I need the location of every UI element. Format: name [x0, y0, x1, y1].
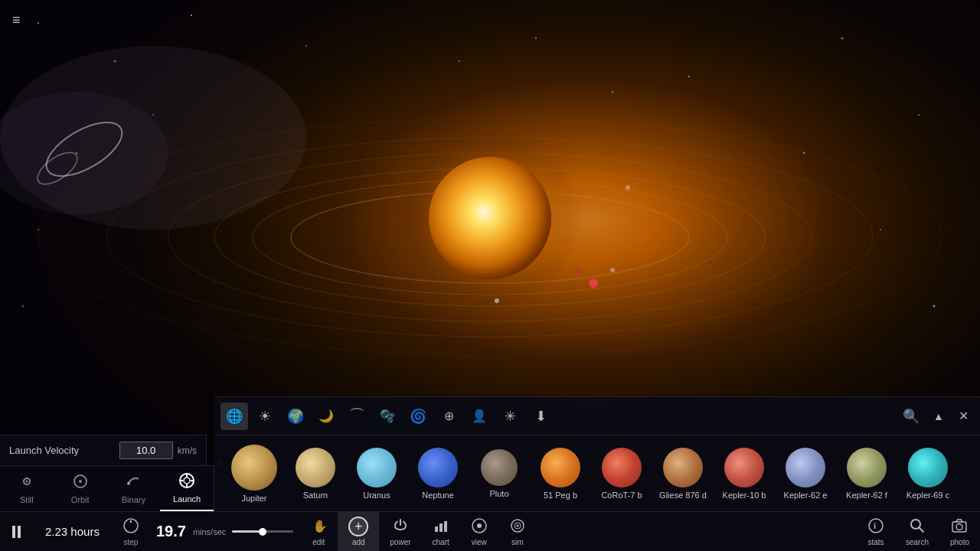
svg-point-12 — [880, 229, 881, 230]
filter-collapse-btn[interactable]: ▲ — [928, 406, 949, 427]
chart-label: chart — [433, 538, 449, 546]
planet-card-kepler-69-c[interactable]: Kepler-69 c — [897, 445, 959, 503]
power-icon — [392, 517, 409, 536]
filter-spiral[interactable]: 🌀 — [404, 403, 432, 430]
planet-card-pluto[interactable]: Pluto — [469, 446, 530, 501]
launch-velocity-panel: Launch Velocity km/s — [0, 435, 207, 465]
filter-solar[interactable]: 🌐 — [220, 403, 248, 430]
stats-label: stats — [867, 538, 884, 546]
planet-name-4: Pluto — [489, 489, 508, 498]
svg-point-2 — [191, 15, 192, 16]
filter-nebula[interactable]: 🫧 — [374, 403, 401, 430]
edit-label: edit — [312, 538, 325, 546]
svg-point-53 — [477, 523, 482, 528]
sim-icon — [509, 517, 526, 536]
svg-point-11 — [459, 60, 460, 62]
svg-point-0 — [38, 22, 39, 24]
planet-card-kepler-62-f[interactable]: Kepler-62 f — [836, 445, 897, 503]
svg-point-10 — [612, 91, 614, 93]
svg-point-29 — [589, 279, 598, 288]
search-icon — [909, 517, 926, 536]
planet-image-9 — [786, 448, 825, 487]
step-button[interactable]: edit step — [112, 512, 150, 551]
binary-label: Binary — [122, 495, 145, 504]
svg-point-56 — [516, 524, 518, 527]
svg-point-16 — [22, 305, 24, 308]
sim-button[interactable]: sim — [498, 512, 537, 551]
launch-velocity-unit: km/s — [178, 445, 197, 456]
planet-name-3: Neptune — [422, 491, 454, 500]
planet-selector-panel: JupiterSaturnUranusNeptunePluto51 Peg bC… — [214, 435, 980, 511]
filter-person[interactable]: 👤 — [466, 403, 493, 430]
menu-button[interactable]: ≡ — [12, 12, 21, 28]
time-display: 2.23 hours — [33, 525, 112, 538]
svg-point-6 — [918, 114, 920, 116]
filter-sun[interactable]: ☀ — [251, 403, 279, 430]
planet-card-saturn[interactable]: Saturn — [285, 445, 346, 503]
filter-close-btn[interactable]: ✕ — [952, 406, 974, 427]
view-icon — [471, 517, 488, 536]
mode-tab-orbit[interactable]: Orbit — [54, 466, 107, 511]
view-button[interactable]: view — [460, 512, 498, 551]
planet-card-jupiter[interactable]: Jupiter — [224, 442, 285, 506]
planet-card-corot-7-b[interactable]: CoRoT-7 b — [591, 445, 652, 503]
planet-card-kepler-10-b[interactable]: Kepler-10 b — [714, 445, 775, 503]
svg-line-60 — [920, 528, 923, 532]
planet-name-1: Saturn — [303, 491, 328, 500]
sim-label: sim — [511, 538, 524, 546]
filter-down[interactable]: ⬇ — [527, 403, 554, 430]
add-label: add — [352, 538, 365, 546]
planet-card-kepler-62-e[interactable]: Kepler-62 e — [775, 445, 836, 503]
svg-point-59 — [911, 520, 920, 529]
photo-button[interactable]: photo — [939, 512, 980, 551]
planet-name-8: Kepler-10 b — [723, 491, 766, 500]
planet-name-2: Uranus — [363, 491, 390, 500]
svg-point-7 — [803, 152, 805, 154]
planet-card-uranus[interactable]: Uranus — [346, 445, 407, 503]
filter-sat[interactable]: ⊕ — [435, 403, 462, 430]
filter-search-icon[interactable]: 🔍 — [897, 403, 925, 430]
planet-card-gliese-876-d[interactable]: Gliese 876 d — [652, 445, 714, 503]
step-icon — [122, 517, 139, 536]
svg-rect-51 — [444, 521, 447, 532]
edit-icon: ✋ — [310, 517, 327, 536]
edit-button[interactable]: ✋ edit — [299, 512, 338, 551]
filter-toolbar: 🌐 ☀ 🌍 🌙 ⌒ 🫧 🌀 ⊕ 👤 ✳ ⬇ 🔍 ▲ ✕ — [214, 396, 980, 435]
mode-tab-binary[interactable]: Binary — [107, 466, 161, 511]
pause-button[interactable] — [0, 526, 33, 538]
add-button[interactable]: + add — [338, 512, 379, 551]
mode-tab-launch[interactable]: Launch — [160, 466, 214, 511]
planet-image-7 — [663, 448, 703, 487]
svg-point-33 — [626, 185, 630, 190]
planet-image-3 — [418, 448, 458, 487]
planet-card-neptune[interactable]: Neptune — [407, 445, 469, 503]
planet-name-5: 51 Peg b — [544, 491, 577, 500]
planet-card-51-peg-b[interactable]: 51 Peg b — [530, 445, 591, 503]
speed-slider[interactable] — [232, 530, 293, 533]
filter-earth[interactable]: 🌍 — [282, 403, 309, 430]
planet-image-11 — [908, 448, 948, 487]
search-button[interactable]: search — [895, 512, 939, 551]
filter-moon[interactable]: 🌙 — [312, 403, 340, 430]
still-label: Still — [20, 495, 34, 504]
svg-point-31 — [495, 298, 499, 303]
launch-velocity-input[interactable] — [119, 442, 173, 459]
launch-velocity-label: Launch Velocity — [9, 445, 119, 456]
svg-point-32 — [610, 268, 615, 272]
filter-atom[interactable]: ✳ — [496, 403, 524, 430]
chart-button[interactable]: chart — [422, 512, 460, 551]
stats-icon: i — [867, 517, 884, 536]
stats-button[interactable]: i stats — [857, 512, 895, 551]
power-button[interactable]: power — [379, 512, 421, 551]
svg-text:i: i — [874, 521, 876, 530]
svg-point-62 — [956, 523, 962, 530]
mode-tab-still[interactable]: Still — [0, 466, 54, 511]
filter-comet[interactable]: ⌒ — [343, 403, 371, 430]
photo-label: photo — [950, 538, 969, 546]
planet-image-2 — [357, 448, 397, 487]
pause-icon — [12, 526, 21, 538]
planet-name-7: Gliese 876 d — [659, 491, 707, 500]
svg-point-9 — [535, 37, 537, 39]
planet-list: JupiterSaturnUranusNeptunePluto51 Peg bC… — [214, 435, 980, 511]
speed-section: 19.7 mins/sec — [150, 523, 299, 540]
